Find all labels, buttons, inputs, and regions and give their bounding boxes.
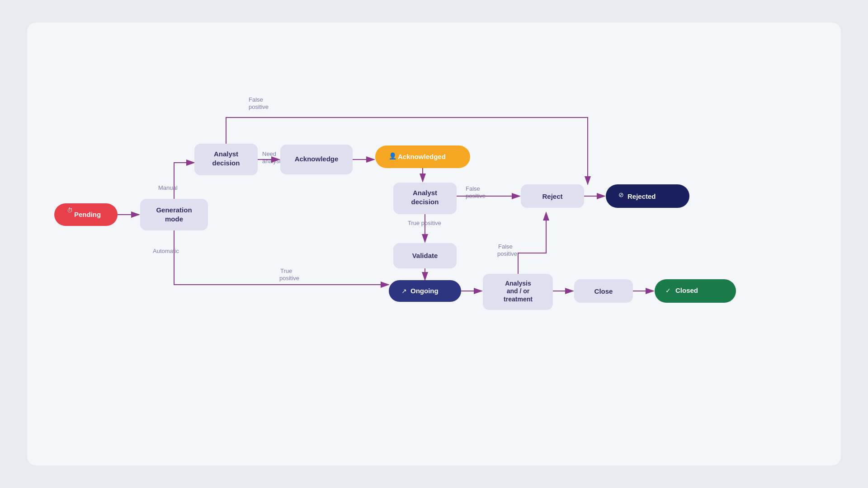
ongoing-label: Ongoing bbox=[410, 287, 439, 295]
svg-text:and / or: and / or bbox=[507, 287, 530, 295]
svg-text:⏱: ⏱ bbox=[67, 207, 73, 214]
svg-text:mode: mode bbox=[165, 215, 183, 223]
manual-label: Manual bbox=[158, 184, 178, 191]
closed-label: Closed bbox=[675, 286, 698, 294]
reject-node: Reject bbox=[521, 184, 584, 208]
true-positive-1-label: True positive bbox=[408, 220, 441, 226]
validate-label: Validate bbox=[412, 252, 438, 259]
need-analysis-label: Need bbox=[262, 150, 276, 157]
validate-node: Validate bbox=[393, 243, 457, 268]
acknowledge-node: Acknowledge bbox=[280, 145, 353, 174]
acknowledged-label: Acknowledged bbox=[398, 153, 446, 160]
close-node: Close bbox=[574, 279, 633, 303]
close-label: Close bbox=[594, 287, 613, 295]
pending-node: ⏱ Pending bbox=[54, 203, 118, 226]
svg-text:↗: ↗ bbox=[401, 287, 407, 295]
false-positive-3-label: False bbox=[498, 243, 513, 250]
analyst-decision-1-label: Analyst bbox=[214, 150, 238, 158]
acknowledge-label: Acknowledge bbox=[295, 155, 339, 163]
rejected-node: ⊘ Rejected bbox=[606, 184, 689, 208]
acknowledged-node: 👤 Acknowledged bbox=[375, 145, 470, 168]
analyst-decision-1-node: Analyst decision bbox=[194, 144, 258, 175]
svg-text:treatment: treatment bbox=[504, 296, 533, 303]
generation-mode-node: Generation mode bbox=[140, 199, 208, 230]
ongoing-node: ↗ Ongoing bbox=[389, 280, 461, 302]
svg-text:decision: decision bbox=[212, 159, 240, 167]
svg-text:positive: positive bbox=[249, 103, 269, 110]
automatic-label: Automatic bbox=[153, 248, 179, 254]
analysis-treatment-label: Analysis bbox=[505, 280, 531, 287]
svg-text:⊘: ⊘ bbox=[618, 191, 624, 198]
svg-text:👤: 👤 bbox=[389, 152, 397, 160]
rejected-label: Rejected bbox=[627, 192, 656, 200]
svg-text:positive: positive bbox=[497, 250, 517, 257]
svg-rect-5 bbox=[140, 199, 208, 230]
closed-node: ✓ Closed bbox=[655, 279, 736, 303]
generation-mode-label: Generation bbox=[156, 206, 192, 214]
analyst-decision-2-node: Analyst decision bbox=[393, 183, 457, 214]
false-positive-2-label: False bbox=[466, 185, 480, 192]
analysis-treatment-node: Analysis and / or treatment bbox=[483, 274, 553, 310]
svg-text:decision: decision bbox=[411, 198, 439, 206]
svg-text:positive: positive bbox=[279, 275, 299, 282]
pending-label: Pending bbox=[74, 211, 101, 218]
true-positive-2-label: True bbox=[280, 267, 292, 274]
false-positive-top-label: False bbox=[249, 96, 263, 103]
main-card: ⏱ Pending Generation mode Manual Automat… bbox=[27, 23, 841, 465]
analyst-decision-2-label: Analyst bbox=[413, 189, 437, 197]
svg-text:✓: ✓ bbox=[665, 287, 671, 294]
reject-label: Reject bbox=[542, 192, 562, 200]
